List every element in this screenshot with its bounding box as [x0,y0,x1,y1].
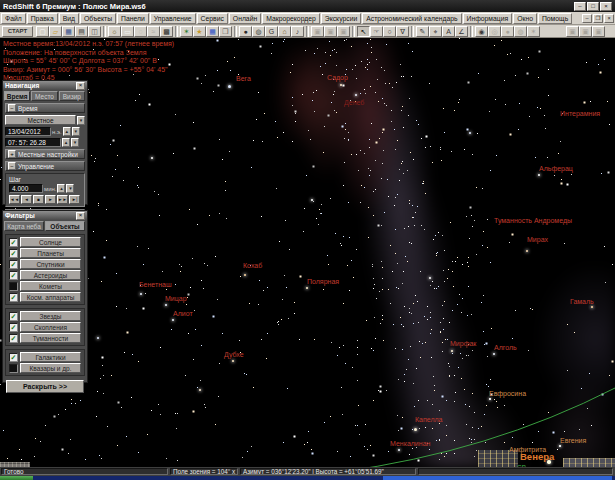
time-system-select[interactable]: Местное [5,115,76,125]
new-document-icon[interactable]: ▢ [36,26,49,37]
step-up-icon[interactable]: ▴ [57,184,65,193]
menu-item-4[interactable]: Панели [117,13,149,24]
filter-button-Планеты[interactable]: Планеты [20,248,81,258]
mdi-minimize-icon[interactable]: – [582,14,592,23]
time-up-icon[interactable]: ▴ [62,138,70,147]
night-vision-icon[interactable]: ● [239,26,252,37]
play-button[interactable]: ► [45,195,56,204]
step-back-button[interactable]: ◄ [21,195,32,204]
horizon-icon[interactable]: ▭ [121,26,134,37]
date-field[interactable]: 13/04/2012 [5,127,51,136]
menu-item-12[interactable]: Окно [513,13,537,24]
filter-button-Туманности[interactable]: Туманности [20,333,81,343]
menu-item-6[interactable]: Сервис [197,13,228,24]
maximize-icon[interactable]: □ [587,2,599,11]
filter-checkbox-Астероиды[interactable]: ✓ [9,271,18,280]
mdi-close-icon[interactable]: × [604,14,614,23]
draw-tool-icon[interactable]: ✎ [416,26,429,37]
menu-item-11[interactable]: Информация [463,13,513,24]
menu-item-3[interactable]: Объекты [80,13,116,24]
daylight-icon[interactable]: ☼ [108,26,121,37]
web-guide-icon[interactable]: G [265,26,278,37]
stop-button[interactable]: ■ [33,195,44,204]
photo-horizon-icon[interactable]: ▩ [160,26,173,37]
home-view-icon[interactable]: ⌂ [278,26,291,37]
pan-tool-icon[interactable]: ☞ [370,26,383,37]
step-value-field[interactable]: 4.000 [9,184,43,193]
filter-checkbox-Звезды[interactable]: ✓ [9,312,18,321]
tab-time[interactable]: Время [4,91,30,101]
tab-place[interactable]: Место [31,91,57,101]
tab-aim[interactable]: Визир [59,91,85,101]
mdi-restore-icon[interactable]: ❐ [593,14,603,23]
filter-button-Астероиды[interactable]: Астероиды [20,270,81,280]
navigator-panel-header[interactable]: Навигация × [3,81,87,90]
label-tool-icon[interactable]: A [442,26,455,37]
taskbar-item-fragment[interactable] [383,476,612,480]
menu-item-2[interactable]: Вид [59,13,79,24]
data-window-icon[interactable]: ❒ [219,26,232,37]
filter-button-Спутники[interactable]: Спутники [20,259,81,269]
start-menu-fragment[interactable] [0,476,33,480]
minimize-icon[interactable]: – [574,2,586,11]
filter-button-Квазары и др.[interactable]: Квазары и др. [20,363,81,373]
menu-item-9[interactable]: Экскурсии [321,13,361,24]
filter-tool-icon[interactable]: ∇ [396,26,409,37]
collapse-icon[interactable]: − [8,104,16,112]
time-field[interactable]: 07: 57: 26.28 [5,138,61,147]
date-down-icon[interactable]: ▾ [72,127,80,136]
open-folder-icon[interactable]: ▱ [49,26,62,37]
start-button[interactable]: СТАРТ [2,26,33,37]
tab-sky-map[interactable]: Карта неба [4,221,44,231]
tab-objects[interactable]: Объекты [45,221,85,231]
fast-forward-button[interactable]: ►► [57,195,68,204]
filter-button-Кометы[interactable]: Кометы [20,281,81,291]
expand-filters-button[interactable]: Раскрыть >> [6,380,84,393]
rewind-button[interactable]: ◄◄ [9,195,20,204]
sound-icon[interactable]: ♪ [291,26,304,37]
constellations-icon[interactable]: ✶ [180,26,193,37]
close-icon[interactable]: × [600,2,612,11]
menu-item-8[interactable]: Макрорекордер [262,13,320,24]
close-icon[interactable]: × [76,82,85,90]
expand-icon[interactable]: + [8,150,16,158]
collapse-icon[interactable]: − [8,162,16,170]
coordinate-grid-icon[interactable]: ▦ [206,26,219,37]
angle-tool-icon[interactable]: ∠ [455,26,468,37]
time-system-dropdown-icon[interactable]: ▾ [77,116,85,125]
menu-item-13[interactable]: Помощь [538,13,572,24]
filter-checkbox-Скопления[interactable]: ✓ [9,323,18,332]
menu-item-0[interactable]: Файл [1,13,26,24]
filter-button-Солнце[interactable]: Солнце [20,237,81,247]
deep-sky-icon[interactable]: ★ [193,26,206,37]
menu-item-1[interactable]: Правка [27,13,58,24]
filter-button-Галактики[interactable]: Галактики [20,352,81,362]
filter-checkbox-Галактики[interactable]: ✓ [9,353,18,362]
filter-checkbox-Косм. аппараты[interactable]: ✓ [9,293,18,302]
step-forward-button[interactable]: ►| [69,195,80,204]
menu-item-5[interactable]: Управление [150,13,196,24]
filters-panel-header[interactable]: Фильтры × [3,211,87,220]
print-preview-icon[interactable]: ◫ [88,26,101,37]
menu-item-7[interactable]: Онлайн [229,13,261,24]
filter-button-Звезды[interactable]: Звезды [20,311,81,321]
print-icon[interactable]: ▤ [75,26,88,37]
filter-checkbox-Квазары и др.[interactable] [9,364,18,373]
sun-body-icon[interactable]: ◉ [475,26,488,37]
sky-viewport[interactable]: Местное время:13/04/2012 н.э. 07:57 (лет… [0,38,615,467]
menu-item-10[interactable]: Астрономический календарь [362,13,461,24]
select-area-icon[interactable]: ⌖ [429,26,442,37]
time-down-icon[interactable]: ▾ [71,138,79,147]
filter-checkbox-Солнце[interactable]: ✓ [9,238,18,247]
filter-checkbox-Планеты[interactable]: ✓ [9,249,18,258]
filter-button-Скопления[interactable]: Скопления [20,322,81,332]
pointer-tool-icon[interactable]: ↖ [357,26,370,37]
filter-button-Косм. аппараты[interactable]: Косм. аппараты [20,292,81,302]
step-down-icon[interactable]: ▾ [66,184,74,193]
filter-checkbox-Кометы[interactable] [9,282,18,291]
close-icon[interactable]: × [76,212,85,220]
zoom-tool-icon[interactable]: ○ [383,26,396,37]
date-up-icon[interactable]: ▴ [63,127,71,136]
planet-view-icon[interactable]: ◍ [252,26,265,37]
save-icon[interactable]: ▦ [62,26,75,37]
